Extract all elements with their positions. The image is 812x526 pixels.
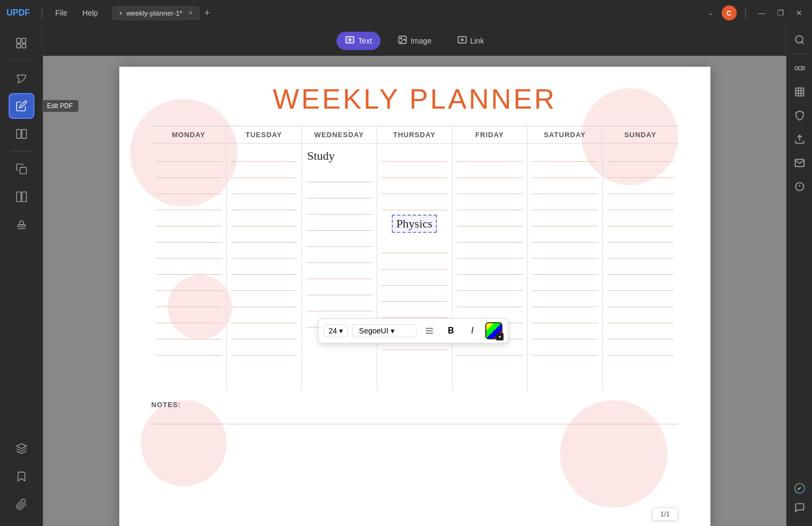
sidebar-icon-pages[interactable] (9, 184, 34, 210)
avatar[interactable]: C (722, 5, 737, 20)
day-line (532, 292, 598, 307)
sidebar-icon-comment[interactable] (9, 65, 34, 91)
italic-button[interactable]: I (464, 322, 481, 339)
file-menu[interactable]: File (50, 6, 73, 19)
image-tool-label: Image (411, 37, 432, 45)
day-line (231, 228, 297, 243)
text-tool-button[interactable]: Text (336, 32, 380, 50)
day-line (607, 228, 674, 243)
maximize-button[interactable]: ❐ (774, 9, 787, 17)
image-tool-button[interactable]: Image (389, 32, 440, 50)
day-line (156, 244, 222, 259)
day-line (156, 147, 222, 162)
day-line (156, 276, 222, 291)
physics-text-box-container: Physics (382, 211, 448, 236)
add-tab-button[interactable]: + (204, 8, 210, 19)
minimize-button[interactable]: — (754, 9, 768, 17)
svg-rect-7 (16, 192, 20, 202)
day-line (457, 179, 523, 194)
day-line (382, 287, 448, 302)
right-icon-mail[interactable] (790, 153, 809, 173)
color-picker-container: ▾ (485, 322, 502, 339)
planner-columns: Study (152, 143, 678, 391)
right-icon-export[interactable] (790, 130, 809, 149)
pdf-page: WEEKLY PLANNER MONDAY TUESDAY WEDNESDAY … (119, 67, 710, 526)
right-icon-comment[interactable] (790, 498, 809, 517)
day-line (532, 260, 598, 275)
day-line (607, 308, 674, 323)
titlebar-controls: C | — ❐ ✕ (722, 5, 806, 20)
pdf-canvas[interactable]: WEEKLY PLANNER MONDAY TUESDAY WEDNESDAY … (43, 56, 786, 526)
right-icon-search[interactable] (790, 30, 809, 49)
wednesday-content[interactable]: Study (306, 147, 372, 165)
sidebar-icon-bookmark[interactable] (9, 464, 34, 489)
day-line (457, 276, 523, 291)
planner-title: WEEKLY PLANNER (152, 83, 678, 115)
day-line (532, 276, 598, 291)
day-line (231, 292, 297, 307)
day-line (382, 303, 448, 318)
font-size-value: 24 (329, 326, 337, 335)
day-line (457, 211, 523, 226)
help-menu[interactable]: Help (77, 6, 103, 19)
tab-dropdown-icon[interactable]: ▾ (119, 10, 122, 16)
sidebar-icon-edit-pdf[interactable]: Edit PDF (9, 93, 34, 119)
day-line (607, 292, 674, 307)
day-line (607, 340, 674, 356)
sidebar-icon-thumbnails[interactable] (9, 30, 34, 56)
link-tool-icon (457, 35, 467, 47)
svg-rect-2 (17, 44, 20, 48)
app-logo: UPDF (6, 8, 30, 18)
svg-rect-8 (21, 192, 26, 202)
day-line (532, 340, 598, 356)
day-line (532, 244, 598, 259)
day-header-friday: FRIDAY (452, 126, 528, 143)
link-tool-button[interactable]: Link (449, 32, 493, 50)
tab-close-button[interactable]: × (189, 9, 192, 17)
day-line (156, 228, 222, 243)
notes-area: NOTES: (152, 400, 678, 424)
physics-text-content[interactable]: Physics (392, 215, 436, 233)
right-icon-ai[interactable] (790, 479, 809, 498)
day-col-sunday (603, 144, 678, 391)
svg-rect-5 (21, 130, 26, 139)
right-icon-ocr[interactable]: OCR (790, 59, 809, 78)
font-size-select[interactable]: 24 ▾ (324, 324, 348, 337)
align-button[interactable] (421, 322, 438, 339)
svg-point-9 (19, 221, 23, 225)
tab-weekly-planner[interactable]: ▾ weekly-planner-1* × (112, 6, 200, 20)
sidebar-icon-copy[interactable] (9, 156, 34, 182)
day-line (607, 324, 674, 339)
tab-overflow-icon[interactable]: ⌄ (708, 9, 713, 17)
day-line (382, 271, 448, 286)
day-line (306, 167, 372, 182)
sidebar-icon-attachment[interactable] (9, 492, 34, 517)
day-line (607, 211, 674, 226)
sidebar-sep-1 (11, 60, 32, 61)
font-family-select[interactable]: SegoeUI ▾ (352, 324, 416, 337)
day-line (231, 340, 297, 356)
sidebar-icon-organize[interactable] (9, 121, 34, 147)
day-col-thursday: Physics (377, 144, 452, 391)
close-window-button[interactable]: ✕ (793, 9, 806, 17)
left-sidebar: Edit PDF (0, 26, 43, 526)
day-line (156, 179, 222, 194)
sidebar-icon-layers[interactable] (9, 436, 34, 461)
day-col-friday (452, 144, 528, 391)
color-picker-chevron-icon[interactable]: ▾ (496, 333, 504, 340)
notes-label: NOTES: (152, 401, 181, 409)
tab-area: ▾ weekly-planner-1* × + ⌄ (112, 6, 713, 20)
day-line (156, 195, 222, 210)
right-icon-protect[interactable] (790, 106, 809, 125)
right-icon-scan[interactable] (790, 82, 809, 102)
day-line (532, 324, 598, 339)
svg-point-18 (795, 36, 802, 43)
right-icon-save[interactable] (790, 177, 809, 196)
day-line (231, 276, 297, 291)
day-line (231, 244, 297, 259)
sidebar-icon-stamps[interactable] (9, 212, 34, 238)
bold-button[interactable]: B (442, 322, 459, 339)
day-line (607, 147, 674, 162)
day-line (156, 260, 222, 275)
svg-rect-6 (20, 167, 26, 174)
